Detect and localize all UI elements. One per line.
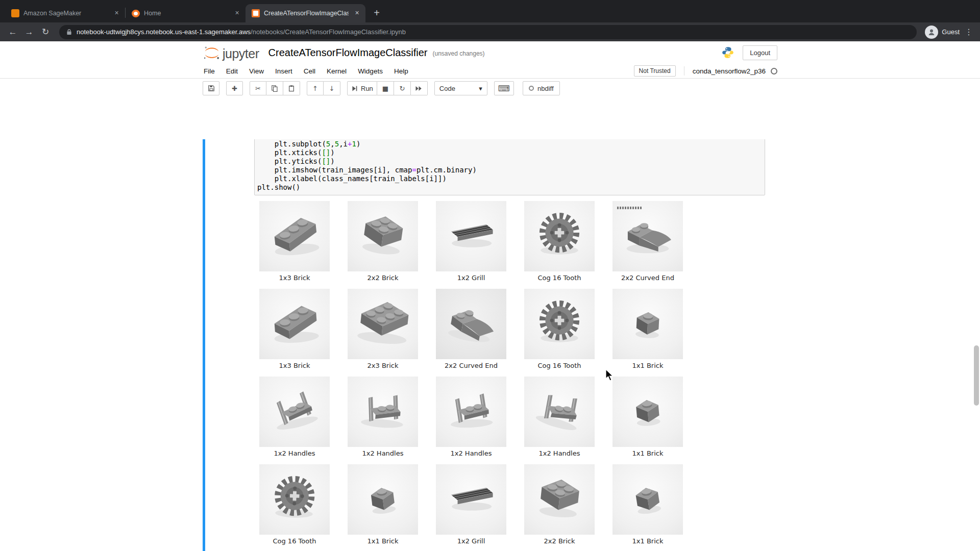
back-icon[interactable]: ← (5, 24, 20, 40)
notebook-header: jupyter CreateATensorFlowImageClassifier… (0, 41, 980, 64)
notebook-favicon-icon (252, 9, 260, 17)
add-cell-button[interactable]: ✚ (226, 81, 243, 95)
code-line: plt.xticks([]) (257, 148, 762, 157)
menu-view[interactable]: View (243, 67, 270, 75)
restart-kernel-button[interactable]: ↻ (394, 81, 411, 95)
menu-insert[interactable]: Insert (270, 67, 298, 75)
reload-icon[interactable]: ↻ (38, 24, 53, 40)
cell-type-value: Code (439, 85, 455, 92)
browser-menu-icon[interactable]: ⋮ (963, 27, 975, 37)
output-image-label: Cog 16 Tooth (524, 362, 595, 369)
output-image-tile: 2x2 Curved End (436, 289, 506, 369)
copy-icon (271, 85, 278, 92)
logout-button[interactable]: Logout (743, 45, 777, 60)
output-image-tile: Cog 16 Tooth (259, 464, 330, 545)
code-editor[interactable]: plt.subplot(5,5,i+1) plt.xticks([]) plt.… (254, 139, 765, 195)
output-image-label: 1x2 Grill (436, 274, 506, 282)
scrollbar-thumb[interactable] (974, 345, 979, 406)
menu-list: File Edit View Insert Cell Kernel Widget… (203, 64, 414, 78)
code-line: plt.subplot(5,5,i+1) (257, 140, 762, 148)
output-image-tile: 1x1 Brick (612, 289, 683, 369)
cell-type-select[interactable]: Code ▾ (434, 81, 487, 95)
tab-title: Home (144, 10, 229, 17)
python-logo-icon (721, 46, 734, 59)
menu-kernel[interactable]: Kernel (321, 67, 352, 75)
menu-cell[interactable]: Cell (298, 67, 321, 75)
menu-widgets[interactable]: Widgets (352, 67, 388, 75)
lock-icon (66, 29, 72, 35)
output-image-label: 2x3 Brick (348, 362, 418, 369)
tab-title: Amazon SageMaker (23, 10, 108, 17)
run-button[interactable]: Run (347, 81, 377, 95)
tab-notebook-active[interactable]: CreateATensorFlowImageClass × (246, 4, 365, 22)
not-trusted-button[interactable]: Not Trusted (634, 65, 676, 77)
output-prompt (203, 195, 254, 551)
output-image-label: 1x3 Brick (259, 274, 330, 282)
run-label: Run (361, 85, 373, 92)
interrupt-kernel-button[interactable]: ■ (377, 81, 394, 95)
output-image-tile: 2x3 Brick (348, 289, 418, 369)
brick-1x1-image (612, 464, 683, 535)
code-line: plt.yticks([]) (257, 157, 762, 166)
keyboard-icon: ⌨ (498, 84, 510, 93)
curved-image (612, 201, 683, 271)
menu-help[interactable]: Help (388, 67, 414, 75)
sagemaker-favicon-icon (11, 9, 19, 17)
code-lines: plt.subplot(5,5,i+1) plt.xticks([]) plt.… (257, 140, 762, 192)
cut-cell-button[interactable]: ✂ (250, 81, 266, 95)
menu-edit[interactable]: Edit (220, 67, 243, 75)
grill-image (436, 201, 506, 271)
brick-2x2-image (524, 464, 595, 535)
cell-output-area: 1x3 Brick2x2 Brick1x2 GrillCog 16 Tooth2… (254, 195, 765, 551)
forward-icon[interactable]: → (21, 24, 37, 40)
restart-icon: ↻ (399, 85, 405, 92)
notebook-menubar: File Edit View Insert Cell Kernel Widget… (0, 64, 980, 79)
tab-title: CreateATensorFlowImageClass (264, 10, 349, 17)
handles-image (348, 377, 418, 447)
notebook-title[interactable]: CreateATensorFlowImageClassifier (268, 47, 428, 59)
code-cell-selected[interactable]: plt.subplot(5,5,i+1) plt.xticks([]) plt.… (203, 139, 777, 551)
move-cell-up-button[interactable]: ↑ (307, 81, 324, 95)
notebook-toolbar: ✚ ✂ ↑ ↓ Run ■ ↻ (203, 79, 777, 98)
new-tab-button[interactable]: + (370, 6, 384, 20)
output-image-label: 1x3 Brick (259, 362, 330, 369)
jupyter-logo[interactable]: jupyter (203, 45, 259, 60)
command-palette-button[interactable]: ⌨ (494, 81, 514, 95)
output-image-tile: 1x3 Brick (259, 201, 330, 282)
output-image-tile: 2x2 Curved End (612, 201, 683, 282)
restart-run-all-button[interactable] (411, 81, 428, 95)
tab-close-icon[interactable]: × (353, 9, 361, 18)
output-image-label: 1x2 Handles (348, 449, 418, 457)
code-line: plt.imshow(train_images[i], cmap=plt.cm.… (257, 166, 762, 174)
tab-amazon-sagemaker[interactable]: Amazon SageMaker × (5, 4, 125, 22)
profile-chip[interactable]: Guest (923, 26, 962, 39)
divider (684, 66, 684, 76)
nbdiff-label: nbdiff (537, 85, 554, 92)
output-image-tile: 1x2 Handles (436, 377, 506, 457)
brick-1x3-image (259, 289, 330, 359)
selected-cell-indicator (203, 139, 205, 551)
nbdiff-button[interactable]: nbdiff (523, 81, 560, 95)
copy-cell-button[interactable] (266, 81, 283, 95)
profile-label: Guest (942, 28, 960, 36)
brick-1x3-image (259, 201, 330, 271)
jupyter-logo-icon (203, 45, 221, 60)
output-image-tile: 1x1 Brick (348, 464, 418, 545)
save-button[interactable] (203, 81, 219, 95)
output-image-tile: 2x2 Brick (524, 464, 595, 545)
url-text: notebook-udtwigjh8cys.notebook.us-east-1… (77, 28, 406, 36)
output-image-label: 1x2 Handles (436, 449, 506, 457)
brick-1x1-image (612, 377, 683, 447)
paste-cell-button[interactable] (283, 81, 300, 95)
tab-home[interactable]: Home × (126, 4, 246, 22)
curved-image (436, 289, 506, 359)
output-image-label: 2x2 Brick (524, 537, 595, 545)
brick-1x1-image (612, 289, 683, 359)
menu-file[interactable]: File (203, 67, 220, 75)
scissors-icon: ✂ (255, 85, 261, 92)
output-image-tile: 1x2 Handles (524, 377, 595, 457)
move-cell-down-button[interactable]: ↓ (324, 81, 340, 95)
tab-close-icon[interactable]: × (112, 9, 121, 18)
tab-close-icon[interactable]: × (233, 9, 241, 18)
address-bar[interactable]: notebook-udtwigjh8cys.notebook.us-east-1… (59, 25, 917, 39)
